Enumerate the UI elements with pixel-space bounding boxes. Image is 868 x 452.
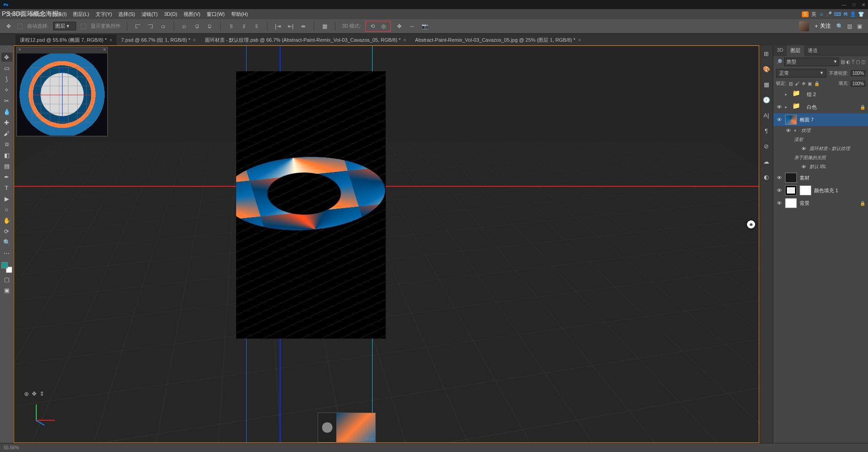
distribute-spacing-v-icon[interactable]: ⇤| bbox=[286, 22, 295, 30]
gradient-tool[interactable]: ▤ bbox=[1, 161, 12, 170]
lock-all-icon[interactable]: 🔒 bbox=[814, 81, 820, 86]
properties-panel-icon[interactable]: ⊞ bbox=[762, 49, 771, 58]
visibility-toggle[interactable]: 👁 bbox=[776, 117, 782, 122]
menu-select[interactable]: 选择(S) bbox=[116, 10, 138, 19]
panel-tab-layers[interactable]: 图层 bbox=[787, 45, 804, 56]
menu-type[interactable]: 文字(Y) bbox=[93, 10, 115, 19]
3d-roll-icon[interactable]: ◎ bbox=[379, 22, 388, 30]
menu-filter[interactable]: 滤镜(T) bbox=[139, 10, 160, 19]
paragraph-panel-icon[interactable]: ¶ bbox=[762, 126, 771, 135]
ibl-light-gizmo[interactable]: ✺ bbox=[747, 220, 755, 228]
navigator-menu-icon[interactable]: ≡ bbox=[103, 47, 106, 53]
close-icon[interactable]: × bbox=[193, 38, 196, 43]
layer-thumbnail[interactable] bbox=[785, 115, 797, 125]
align-right-icon[interactable]: ⫏ bbox=[159, 22, 167, 30]
close-icon[interactable]: × bbox=[110, 38, 112, 43]
close-button[interactable]: ✕ bbox=[862, 2, 865, 7]
show-transform-checkbox[interactable] bbox=[81, 24, 86, 29]
align-top-icon[interactable]: ⫐ bbox=[180, 22, 189, 30]
menu-window[interactable]: 窗口(W) bbox=[204, 10, 228, 19]
layer-color-fill-1[interactable]: 👁 颜色填充 1 bbox=[773, 184, 868, 197]
filter-shape-icon[interactable]: ▢ bbox=[856, 59, 860, 64]
color-swatches[interactable] bbox=[1, 262, 12, 273]
3d-rotate-icon[interactable]: ⊕ bbox=[24, 390, 29, 397]
doc-tab-3[interactable]: 圆环材质 - 默认纹理.psb @ 66.7% (Abstract-Paint-… bbox=[200, 34, 411, 45]
color-panel-icon[interactable]: 🎨 bbox=[762, 64, 771, 73]
tray-keyboard-icon[interactable]: ⌨ bbox=[834, 11, 841, 17]
3d-scale-icon[interactable]: ✥ bbox=[32, 390, 37, 397]
visibility-toggle[interactable]: 👁 bbox=[776, 200, 782, 206]
close-icon[interactable]: × bbox=[403, 38, 406, 43]
quick-mask-tool[interactable]: ▢ bbox=[1, 275, 12, 284]
layer-group-2[interactable]: ▸ 📁 组 2 bbox=[773, 88, 868, 101]
actions-panel-icon[interactable]: ⊘ bbox=[762, 141, 771, 151]
blend-mode-dropdown[interactable]: 正常▾ bbox=[776, 69, 826, 78]
3d-axis-widget[interactable] bbox=[32, 398, 59, 425]
layer-ellipse-7[interactable]: 👁 椭圆 7 bbox=[773, 113, 868, 126]
3d-pan-icon[interactable]: ✥ bbox=[395, 22, 403, 30]
foreground-color-swatch[interactable] bbox=[1, 262, 8, 268]
filter-type-icon[interactable]: T bbox=[852, 59, 854, 64]
distribute-spacing-h-icon[interactable]: |⇥ bbox=[274, 22, 282, 30]
doc-tab-2[interactable]: 7.psd @ 66.7% (组 1, RGB/8) *× bbox=[116, 34, 200, 45]
user-avatar[interactable] bbox=[799, 21, 809, 31]
distribute-h-icon[interactable]: ⫓ bbox=[227, 22, 235, 30]
doc-tab-1[interactable]: 课程12.psd @ 55.6% (椭圆 7, RGB/8) *× bbox=[15, 34, 116, 45]
visibility-toggle[interactable]: 👁 bbox=[785, 128, 791, 133]
screen-mode-tool[interactable]: ▣ bbox=[1, 286, 12, 295]
tray-person-icon[interactable]: 👤 bbox=[850, 11, 856, 17]
video-preview-strip[interactable]: UI.cn 06:21 bbox=[318, 413, 376, 442]
libraries-panel-icon[interactable]: ☁ bbox=[762, 157, 771, 166]
layer-mask-thumbnail[interactable] bbox=[800, 185, 811, 195]
layer-torus-material[interactable]: 👁 圆环材质 - 默认纹理 bbox=[773, 144, 868, 153]
ime-language[interactable]: 英 bbox=[811, 11, 816, 18]
menu-help[interactable]: 帮助(H) bbox=[228, 10, 251, 19]
visibility-toggle[interactable]: 👁 bbox=[776, 175, 782, 180]
lock-artboard-icon[interactable]: ▣ bbox=[808, 81, 812, 86]
visibility-toggle[interactable]: 👁 bbox=[800, 164, 807, 170]
align-bottom-icon[interactable]: ⫒ bbox=[206, 22, 214, 30]
spot-heal-tool[interactable]: ✚ bbox=[1, 118, 12, 127]
visibility-toggle[interactable]: 👁 bbox=[800, 146, 807, 151]
auto-select-dropdown[interactable]: 图层 ▾ bbox=[53, 22, 76, 30]
rotate-view-tool[interactable]: ⟳ bbox=[1, 227, 12, 236]
shape-tool[interactable]: ○ bbox=[1, 205, 12, 214]
history-panel-icon[interactable]: 🕘 bbox=[762, 95, 771, 104]
visibility-toggle[interactable]: 👁 bbox=[776, 104, 782, 110]
marquee-tool[interactable]: ▭ bbox=[1, 63, 12, 73]
pen-tool[interactable]: ✒ bbox=[1, 172, 12, 181]
adjustments-panel-icon[interactable]: ◐ bbox=[762, 172, 771, 181]
lock-pixels-icon[interactable]: 🖌 bbox=[795, 81, 800, 86]
navigator-close-icon[interactable]: × bbox=[19, 47, 21, 53]
menu-view[interactable]: 视图(V) bbox=[181, 10, 203, 19]
align-center-v-icon[interactable]: ⫑ bbox=[193, 22, 201, 30]
crop-tool[interactable]: ✂ bbox=[1, 96, 12, 105]
move-tool-preset-icon[interactable]: ✥ bbox=[5, 22, 13, 30]
arrange-docs-icon[interactable]: ▥ bbox=[845, 22, 853, 30]
character-panel-icon[interactable]: A| bbox=[762, 111, 771, 120]
canvas[interactable]: ✺ ×≡ ⊕ ✥ ⇕ UI.cn 06:21 bbox=[14, 45, 759, 443]
navigator-thumbnail[interactable] bbox=[17, 53, 107, 136]
tray-tools-icon[interactable]: 🛠 bbox=[843, 11, 848, 17]
magic-wand-tool[interactable]: ✧ bbox=[1, 85, 12, 94]
layer-thumbnail[interactable] bbox=[785, 198, 797, 208]
eraser-tool[interactable]: ◧ bbox=[1, 151, 12, 160]
distribute-3-icon[interactable]: ⫕ bbox=[252, 22, 261, 30]
filter-pixel-icon[interactable]: ▧ bbox=[841, 59, 845, 64]
distribute-4-icon[interactable]: ⇹ bbox=[299, 22, 307, 30]
menu-layer[interactable]: 图层(L) bbox=[70, 10, 92, 19]
align-center-h-icon[interactable]: ⫎ bbox=[146, 22, 155, 30]
tray-emoji-icon[interactable]: ☺ bbox=[819, 11, 824, 17]
filter-adjust-icon[interactable]: ◐ bbox=[846, 59, 850, 64]
layer-white-group[interactable]: 👁 ▸ 📁 白色 🔒 bbox=[773, 101, 868, 113]
eyedropper-tool[interactable]: 💧 bbox=[1, 107, 12, 116]
tray-mic-icon[interactable]: 🎤 bbox=[826, 11, 832, 17]
hand-tool[interactable]: ✋ bbox=[1, 216, 12, 225]
layer-filter-dropdown[interactable]: 类型▾ bbox=[784, 58, 839, 66]
search-icon[interactable]: 🔍 bbox=[835, 22, 844, 30]
distribute-v-icon[interactable]: ⫔ bbox=[240, 22, 248, 30]
swatches-panel-icon[interactable]: ▦ bbox=[762, 80, 771, 89]
lock-position-icon[interactable]: ✥ bbox=[802, 81, 805, 86]
layer-textures[interactable]: 👁 ▾ 纹理 bbox=[773, 126, 868, 135]
navigator-panel[interactable]: ×≡ bbox=[16, 47, 108, 136]
